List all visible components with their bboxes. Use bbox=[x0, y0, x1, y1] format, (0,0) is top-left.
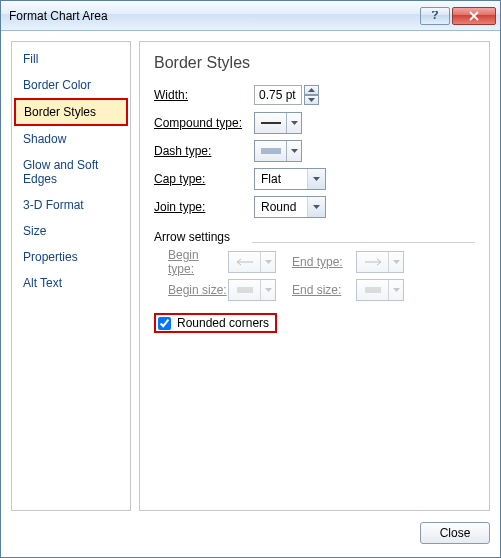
sidebar-item-label: Border Styles bbox=[24, 105, 96, 119]
sidebar-item-properties[interactable]: Properties bbox=[14, 244, 128, 270]
rounded-corners-highlight: Rounded corners bbox=[154, 313, 277, 333]
rounded-corners-checkbox[interactable] bbox=[158, 317, 171, 330]
close-window-button[interactable] bbox=[452, 7, 496, 25]
chevron-down-icon bbox=[287, 113, 301, 133]
dialog-footer: Close bbox=[11, 511, 490, 547]
begin-type-label: Begin type: bbox=[154, 248, 228, 276]
sidebar-item-label: Alt Text bbox=[23, 276, 62, 290]
compound-single-line-icon bbox=[255, 113, 287, 133]
category-sidebar: Fill Border Color Border Styles Shadow G… bbox=[11, 41, 131, 511]
width-spinner[interactable] bbox=[254, 85, 319, 105]
window-title: Format Chart Area bbox=[9, 9, 418, 23]
width-input[interactable] bbox=[254, 85, 302, 105]
chevron-down-icon bbox=[287, 141, 301, 161]
join-type-value: Round bbox=[255, 200, 307, 214]
sidebar-item-label: Glow and Soft Edges bbox=[23, 158, 98, 186]
width-spin-up[interactable] bbox=[304, 85, 319, 95]
dash-type-dropdown[interactable] bbox=[254, 140, 302, 162]
end-type-dropdown bbox=[356, 251, 404, 273]
sidebar-item-fill[interactable]: Fill bbox=[14, 46, 128, 72]
sidebar-item-size[interactable]: Size bbox=[14, 218, 128, 244]
sidebar-item-border-color[interactable]: Border Color bbox=[14, 72, 128, 98]
sidebar-item-label: 3-D Format bbox=[23, 198, 84, 212]
panel-border-styles: Border Styles Width: Compound type: bbox=[139, 41, 490, 511]
sidebar-item-label: Size bbox=[23, 224, 46, 238]
begin-size-dropdown bbox=[228, 279, 276, 301]
close-button-label: Close bbox=[440, 526, 471, 540]
dialog-body: Fill Border Color Border Styles Shadow G… bbox=[1, 31, 500, 557]
width-spin-down[interactable] bbox=[304, 95, 319, 105]
sidebar-item-border-styles[interactable]: Border Styles bbox=[14, 98, 128, 126]
rounded-corners-label: Rounded corners bbox=[177, 316, 269, 330]
panel-heading: Border Styles bbox=[154, 54, 475, 72]
chevron-down-icon bbox=[389, 280, 403, 300]
arrow-none-icon bbox=[357, 252, 389, 272]
chevron-down-icon bbox=[307, 197, 325, 217]
sidebar-item-label: Properties bbox=[23, 250, 78, 264]
end-size-dropdown bbox=[356, 279, 404, 301]
divider bbox=[252, 242, 475, 243]
arrow-settings-label: Arrow settings bbox=[154, 230, 230, 244]
end-type-label: End type: bbox=[292, 255, 356, 269]
svg-text:?: ? bbox=[431, 11, 438, 21]
chevron-down-icon bbox=[389, 252, 403, 272]
join-label: Join type: bbox=[154, 200, 254, 214]
sidebar-item-shadow[interactable]: Shadow bbox=[14, 126, 128, 152]
chevron-down-icon bbox=[307, 169, 325, 189]
end-size-label: End size: bbox=[292, 283, 356, 297]
chevron-down-icon bbox=[261, 280, 275, 300]
sidebar-item-label: Border Color bbox=[23, 78, 91, 92]
begin-size-label: Begin size: bbox=[154, 283, 228, 297]
close-button[interactable]: Close bbox=[420, 522, 490, 544]
size-icon bbox=[229, 280, 261, 300]
join-type-select[interactable]: Round bbox=[254, 196, 326, 218]
sidebar-item-label: Fill bbox=[23, 52, 38, 66]
dash-label: Dash type: bbox=[154, 144, 254, 158]
sidebar-item-3d-format[interactable]: 3-D Format bbox=[14, 192, 128, 218]
cap-type-select[interactable]: Flat bbox=[254, 168, 326, 190]
chevron-down-icon bbox=[261, 252, 275, 272]
compound-type-dropdown[interactable] bbox=[254, 112, 302, 134]
titlebar: Format Chart Area ? bbox=[1, 1, 500, 31]
compound-label: Compound type: bbox=[154, 116, 254, 130]
dash-solid-icon bbox=[255, 141, 287, 161]
sidebar-item-label: Shadow bbox=[23, 132, 66, 146]
cap-type-value: Flat bbox=[255, 172, 307, 186]
size-icon bbox=[357, 280, 389, 300]
arrow-none-icon bbox=[229, 252, 261, 272]
help-button[interactable]: ? bbox=[420, 7, 450, 25]
cap-label: Cap type: bbox=[154, 172, 254, 186]
width-label: Width: bbox=[154, 88, 254, 102]
begin-type-dropdown bbox=[228, 251, 276, 273]
sidebar-item-glow[interactable]: Glow and Soft Edges bbox=[14, 152, 128, 192]
dialog-format-chart-area: Format Chart Area ? Fill Border Color Bo… bbox=[0, 0, 501, 558]
sidebar-item-alt-text[interactable]: Alt Text bbox=[14, 270, 128, 296]
